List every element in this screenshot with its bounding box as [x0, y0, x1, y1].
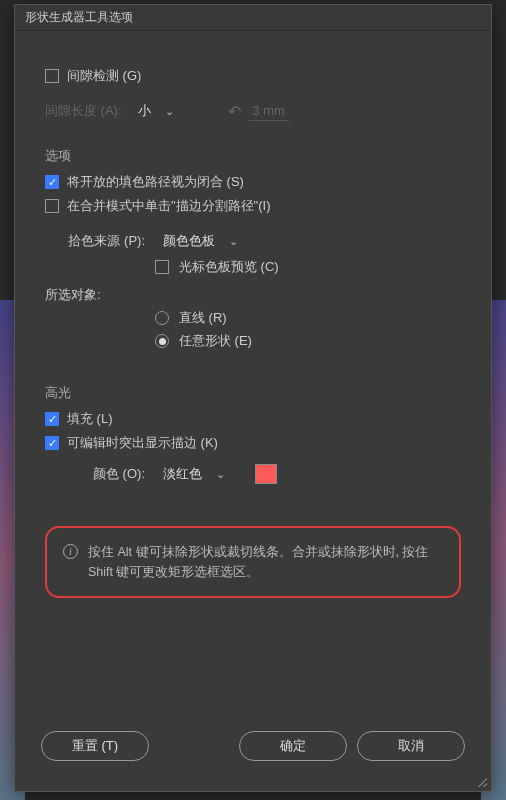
chevron-down-icon: ⌄: [216, 468, 225, 481]
gap-length-label: 间隙长度 (A):: [45, 102, 122, 120]
stroke-edit-label: 可编辑时突出显示描边 (K): [67, 434, 218, 452]
radio-line-label: 直线 (R): [179, 309, 227, 327]
open-as-closed-row[interactable]: 将开放的填色路径视为闭合 (S): [45, 173, 461, 191]
shape-builder-options-dialog: 形状生成器工具选项 间隙检测 (G) 间隙长度 (A): 小 ⌄ ↶ 3 mm …: [14, 4, 492, 792]
undo-icon: ↶: [228, 102, 241, 121]
highlight-color-label: 颜色 (O):: [45, 465, 145, 483]
fill-label: 填充 (L): [67, 410, 113, 428]
stroke-edit-checkbox[interactable]: [45, 436, 59, 450]
dialog-title: 形状生成器工具选项: [15, 5, 491, 31]
pick-source-label: 拾色来源 (P):: [45, 232, 145, 250]
pick-source-select[interactable]: 颜色色板 ⌄: [155, 229, 246, 253]
chevron-down-icon: ⌄: [229, 235, 238, 248]
gap-length-value: 3 mm: [249, 101, 289, 121]
open-as-closed-label: 将开放的填色路径视为闭合 (S): [67, 173, 244, 191]
fill-row[interactable]: 填充 (L): [45, 410, 461, 428]
info-icon: i: [63, 544, 78, 559]
resize-grip-icon[interactable]: [475, 775, 487, 787]
gap-detection-row[interactable]: 间隙检测 (G): [45, 67, 461, 85]
gap-length-row: 间隙长度 (A): 小 ⌄ ↶ 3 mm: [45, 99, 461, 123]
radio-any-shape-label: 任意形状 (E): [179, 332, 252, 350]
reset-button[interactable]: 重置 (T): [41, 731, 149, 761]
gap-length-select: 小 ⌄: [130, 99, 220, 123]
cursor-preview-checkbox[interactable]: [155, 260, 169, 274]
highlight-heading: 高光: [45, 384, 461, 402]
merge-click-label: 在合并模式中单击"描边分割路径"(I): [67, 197, 271, 215]
highlight-color-select[interactable]: 淡红色 ⌄: [155, 462, 245, 486]
dialog-footer: 重置 (T) 确定 取消: [15, 713, 491, 791]
highlight-color-swatch[interactable]: [255, 464, 277, 484]
cursor-preview-label: 光标色板预览 (C): [179, 258, 279, 276]
ok-button[interactable]: 确定: [239, 731, 347, 761]
fill-checkbox[interactable]: [45, 412, 59, 426]
cancel-button[interactable]: 取消: [357, 731, 465, 761]
open-as-closed-checkbox[interactable]: [45, 175, 59, 189]
radio-line[interactable]: [155, 311, 169, 325]
merge-click-checkbox[interactable]: [45, 199, 59, 213]
dialog-content: 间隙检测 (G) 间隙长度 (A): 小 ⌄ ↶ 3 mm 选项 将开放的填色路…: [15, 31, 491, 713]
radio-any-shape[interactable]: [155, 334, 169, 348]
gap-detection-checkbox[interactable]: [45, 69, 59, 83]
chevron-down-icon: ⌄: [165, 105, 174, 118]
options-heading: 选项: [45, 147, 461, 165]
stroke-edit-row[interactable]: 可编辑时突出显示描边 (K): [45, 434, 461, 452]
info-box: i 按住 Alt 键可抹除形状或裁切线条。合并或抹除形状时, 按住 Shift …: [45, 526, 461, 598]
gap-detection-label: 间隙检测 (G): [67, 67, 141, 85]
merge-click-row[interactable]: 在合并模式中单击"描边分割路径"(I): [45, 197, 461, 215]
selected-object-heading: 所选对象:: [45, 286, 461, 304]
info-text: 按住 Alt 键可抹除形状或裁切线条。合并或抹除形状时, 按住 Shift 键可…: [88, 542, 443, 582]
